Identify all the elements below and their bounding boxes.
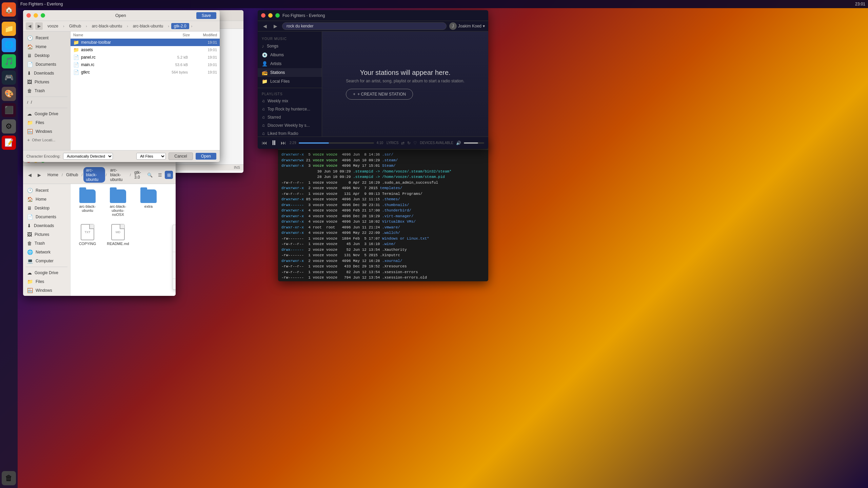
ctx-change-bg[interactable]: Change Desktop Background: [173, 280, 176, 288]
launcher-icon-terminal[interactable]: ⬛: [2, 103, 16, 117]
mp-back-btn[interactable]: ◀: [261, 23, 269, 29]
mp-progress-bar[interactable]: [299, 142, 374, 144]
launcher-icon-files[interactable]: 📁: [2, 22, 16, 36]
filetype-select[interactable]: All Files: [136, 153, 166, 160]
mp-user-arrow[interactable]: ▾: [483, 24, 485, 28]
launcher-icon-steam[interactable]: 🎮: [2, 70, 16, 85]
dialog-cancel-button[interactable]: Cancel: [169, 152, 193, 160]
fm-bc-arc[interactable]: arc-black-ubuntu: [83, 167, 105, 183]
file-row-menubar-toolbar[interactable]: 📁 menubar-toolbar 19:01: [71, 39, 220, 46]
terminal-body[interactable]: drwxrwxr-x 5 vooze vooze 4096 Jun 8 14:3…: [278, 150, 488, 281]
mp-heart-btn[interactable]: ♡: [413, 141, 417, 145]
sidebar-trash[interactable]: 🗑 Trash: [23, 86, 70, 95]
fm-sidebar-documents[interactable]: 📄 Documents: [23, 212, 70, 221]
fm-item-copying[interactable]: TXT COPYING: [74, 222, 101, 248]
breadcrumb-gtk20[interactable]: gtk-2.0: [171, 23, 189, 29]
launcher-icon-trash[interactable]: 🗑: [2, 471, 16, 485]
fm-bc-arc2[interactable]: arc-black-ubuntu: [107, 167, 129, 183]
fm-sidebar-google-drive[interactable]: ☁ Google Drive: [23, 268, 70, 277]
create-station-btn[interactable]: + + CREATE NEW STATION: [346, 89, 413, 100]
mp-lyrics-btn[interactable]: LYRICS: [387, 141, 398, 145]
fm-sidebar-desktop[interactable]: 🖥 Desktop: [23, 204, 70, 212]
breadcrumb-vooze[interactable]: vooze: [45, 23, 61, 29]
fm-back-btn[interactable]: ◀: [26, 171, 34, 179]
fm-bc-github[interactable]: Github: [63, 172, 81, 178]
playlist-starred[interactable]: ♫ Starred: [258, 113, 322, 121]
launcher-icon-gimp[interactable]: 🎨: [2, 87, 16, 101]
dialog-back-btn[interactable]: ◀: [26, 22, 33, 30]
breadcrumb-github[interactable]: Github: [66, 23, 84, 29]
mp-play-btn[interactable]: ⏸: [271, 139, 277, 147]
dialog-save-button[interactable]: Save: [196, 12, 216, 19]
dialog-open-button[interactable]: Open: [196, 153, 216, 160]
sidebar-recent[interactable]: 🕐 Recent: [23, 34, 70, 42]
ctx-new-document[interactable]: New Document ▶: [173, 235, 176, 243]
playlist-top-rock[interactable]: ♫ Top Rock by hunterce...: [258, 105, 322, 113]
file-row-mainrc[interactable]: 📄 main.rc 53.6 kB 19:01: [71, 61, 220, 68]
fm-grid-view-btn[interactable]: ⊞: [165, 171, 173, 179]
dialog-forward-btn[interactable]: ▶: [35, 22, 43, 30]
ctx-keep-aligned[interactable]: ✓ Keep Aligned: [173, 269, 176, 278]
launcher-icon-browser[interactable]: 🌐: [2, 38, 16, 52]
breadcrumb-arc2[interactable]: arc-black-ubuntu: [130, 23, 166, 29]
fm-sidebar-recent[interactable]: 🕐 Recent: [23, 186, 70, 195]
file-row-assets[interactable]: 📁 assets 19:01: [71, 46, 220, 54]
fm-bc-gtk30[interactable]: gtk-3.0: [132, 169, 144, 180]
music-player-max-btn[interactable]: [275, 13, 280, 18]
sidebar-google-drive[interactable]: ☁ Google Drive: [23, 109, 70, 118]
launcher-icon-settings[interactable]: ⚙: [2, 119, 16, 134]
fm-sidebar-connect[interactable]: 🔗 Connect to S...: [23, 295, 70, 296]
launcher-icon-music[interactable]: 🎵: [2, 54, 16, 68]
fm-sidebar-network[interactable]: 🌐 Network: [23, 248, 70, 257]
open-dialog-close-btn[interactable]: [26, 13, 31, 18]
fm-sidebar-trash[interactable]: 🗑 Trash: [23, 239, 70, 248]
playlist-liked-radio[interactable]: ♫ Liked from Radio: [258, 129, 322, 137]
sidebar-windows[interactable]: 🪟 Windows: [23, 127, 70, 136]
launcher-icon-ubuntu[interactable]: 🏠: [2, 2, 16, 17]
fm-bc-home[interactable]: Home: [45, 172, 61, 178]
mp-next-btn[interactable]: ⏭: [281, 140, 286, 146]
mp-devices-btn[interactable]: DEVICES AVAILABLE: [420, 141, 453, 145]
mp-prev-btn[interactable]: ⏮: [262, 140, 267, 146]
sidebar-root[interactable]: / /: [23, 98, 70, 106]
fm-item-arc-black-ubuntu[interactable]: arc-black-ubuntu: [74, 187, 101, 219]
sidebar-home[interactable]: 🏠 Home: [23, 42, 70, 51]
mp-nav-albums[interactable]: 💿 Albums: [258, 50, 322, 59]
fm-sidebar-downloads[interactable]: ⬇ Downloads: [23, 221, 70, 230]
encoding-select[interactable]: Automatically Detected: [63, 153, 113, 160]
mp-volume-bar[interactable]: [464, 142, 484, 144]
sidebar-files[interactable]: 📁 Files: [23, 118, 70, 127]
open-dialog-min-btn[interactable]: [34, 13, 38, 18]
mp-nav-artists[interactable]: 👤 Artists: [258, 59, 322, 68]
file-row-gtkrc[interactable]: 📄 gtkrc 564 bytes 19:01: [71, 68, 220, 76]
sidebar-documents[interactable]: 📄 Documents: [23, 60, 70, 69]
mp-shuffle-btn[interactable]: ⇄: [401, 141, 405, 145]
fm-item-readme[interactable]: MD README.md: [104, 222, 132, 248]
sidebar-other-locations[interactable]: + Other Locati...: [23, 136, 70, 144]
fm-sidebar-files[interactable]: 📁 Files: [23, 277, 70, 286]
music-player-min-btn[interactable]: [268, 13, 273, 18]
playlist-discover[interactable]: ♫ Discover Weekly by s...: [258, 121, 322, 129]
fm-search-btn[interactable]: 🔍: [145, 172, 155, 178]
mp-search-input[interactable]: [282, 22, 447, 30]
fm-item-arc-noosx[interactable]: arc-black-ubuntu-noOSX: [104, 187, 132, 219]
fm-forward-btn[interactable]: ▶: [35, 171, 43, 179]
file-row-panelrc[interactable]: 📄 panel.rc 5.2 kB 19:01: [71, 54, 220, 61]
sidebar-desktop[interactable]: 🖥 Desktop: [23, 51, 70, 60]
sidebar-downloads[interactable]: ⬇ Downloads: [23, 69, 70, 78]
fm-sidebar-windows[interactable]: 🪟 Windows: [23, 286, 70, 295]
mp-nav-local-files[interactable]: 📁 Local Files: [258, 77, 322, 86]
mp-forward-btn[interactable]: ▶: [272, 23, 279, 29]
ctx-organize[interactable]: Organize Desktop by Name: [173, 261, 176, 269]
fm-sidebar-pictures[interactable]: 🖼 Pictures: [23, 230, 70, 239]
playlist-weekly-mix[interactable]: ♫ Weekly mix: [258, 97, 322, 105]
launcher-icon-text-editor[interactable]: 📝: [2, 136, 16, 150]
music-player-close-btn[interactable]: [261, 13, 265, 18]
open-dialog-max-btn[interactable]: [41, 13, 45, 18]
breadcrumb-arc1[interactable]: arc-black-ubuntu: [89, 23, 125, 29]
sidebar-pictures[interactable]: 🖼 Pictures: [23, 78, 70, 86]
fm-sidebar-home[interactable]: 🏠 Home: [23, 195, 70, 204]
mp-repeat-btn[interactable]: ↻: [407, 141, 411, 145]
ctx-open-terminal[interactable]: Open Terminal ▶: [173, 243, 176, 251]
ctx-new-folder[interactable]: New Folder: [173, 226, 176, 235]
